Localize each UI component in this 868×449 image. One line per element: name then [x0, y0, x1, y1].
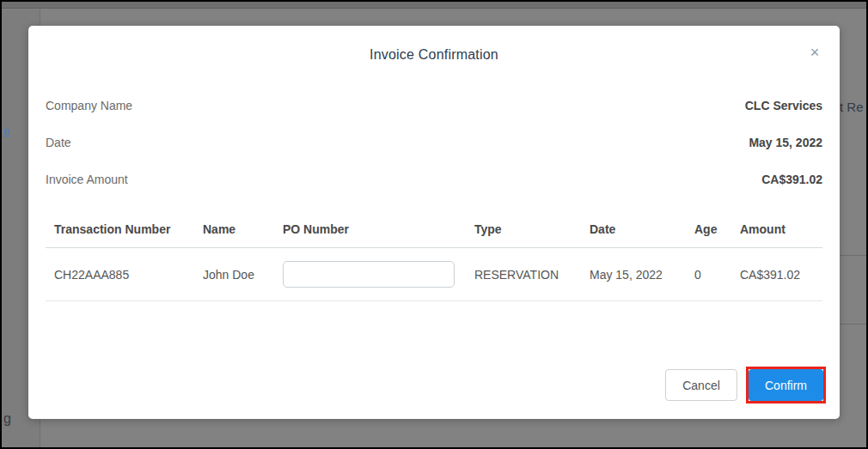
confirm-highlight-box: Confirm — [749, 369, 823, 401]
cell-name: John Doe — [194, 248, 274, 301]
cell-po-number — [274, 248, 466, 301]
col-header-name: Name — [194, 222, 274, 248]
company-name-label: Company Name — [46, 99, 132, 112]
background-table-line — [840, 324, 868, 325]
summary-row-date: Date May 15, 2022 — [46, 136, 822, 149]
background-table-line — [840, 255, 868, 256]
summary-row-company: Company Name CLC Services — [46, 99, 822, 112]
cell-amount: CA$391.02 — [731, 248, 822, 301]
po-number-input[interactable] — [283, 261, 455, 288]
date-value: May 15, 2022 — [749, 136, 822, 149]
table-row: CH22AAA885 John Doe RESERVATION May 15, … — [46, 248, 822, 301]
transactions-table: Transaction Number Name PO Number Type D… — [46, 222, 822, 301]
summary-row-invoice-amount: Invoice Amount CA$391.02 — [46, 173, 822, 186]
col-header-transaction-number: Transaction Number — [46, 222, 194, 248]
background-topbar — [2, 2, 866, 9]
invoice-amount-label: Invoice Amount — [46, 173, 128, 186]
invoice-summary: Company Name CLC Services Date May 15, 2… — [46, 99, 822, 186]
col-header-type: Type — [466, 222, 581, 248]
cell-type: RESERVATION — [466, 248, 581, 301]
screen: e t Re g Invoice Confirmation × Company … — [0, 0, 868, 449]
invoice-amount-value: CA$391.02 — [761, 173, 822, 186]
close-icon[interactable]: × — [804, 41, 826, 64]
background-text-fragment-right: t Re — [840, 100, 864, 114]
cell-transaction-number: CH22AAA885 — [46, 248, 194, 301]
cell-date: May 15, 2022 — [581, 248, 686, 301]
table-header-row: Transaction Number Name PO Number Type D… — [46, 222, 822, 248]
col-header-po-number: PO Number — [274, 222, 466, 248]
col-header-date: Date — [581, 222, 686, 248]
background-text-fragment-bottom: g — [3, 411, 11, 427]
company-name-value: CLC Services — [745, 99, 822, 112]
col-header-age: Age — [686, 222, 731, 248]
background-link-fragment: e — [3, 124, 9, 137]
cancel-button[interactable]: Cancel — [665, 369, 737, 401]
invoice-confirmation-dialog: Invoice Confirmation × Company Name CLC … — [28, 26, 840, 419]
dialog-footer: Cancel Confirm — [665, 369, 823, 401]
col-header-amount: Amount — [731, 222, 822, 248]
dialog-title: Invoice Confirmation — [28, 47, 840, 63]
date-label: Date — [46, 136, 71, 149]
cell-age: 0 — [686, 248, 731, 301]
confirm-button[interactable]: Confirm — [749, 369, 823, 401]
